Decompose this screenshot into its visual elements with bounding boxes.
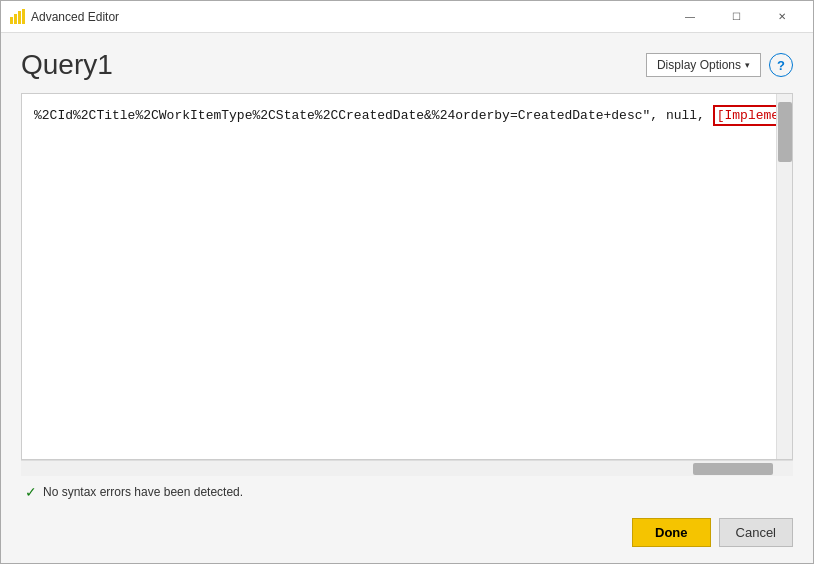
code-editor[interactable]: %2CId%2CTitle%2CWorkItemType%2CState%2CC… <box>21 93 793 460</box>
maximize-button[interactable]: ☐ <box>713 1 759 33</box>
window-title: Advanced Editor <box>31 10 667 24</box>
svg-rect-0 <box>10 17 13 24</box>
status-check-icon: ✓ <box>25 484 37 500</box>
query-title: Query1 <box>21 49 113 81</box>
editor-scroll-area[interactable]: %2CId%2CTitle%2CWorkItemType%2CState%2CC… <box>22 94 776 459</box>
cancel-button[interactable]: Cancel <box>719 518 793 547</box>
footer-row: Done Cancel <box>21 508 793 547</box>
advanced-editor-window: Advanced Editor — ☐ ✕ Query1 Display Opt… <box>0 0 814 564</box>
status-text: No syntax errors have been detected. <box>43 485 243 499</box>
titlebar: Advanced Editor — ☐ ✕ <box>1 1 813 33</box>
vertical-scrollbar[interactable] <box>776 94 792 459</box>
hscrollbar-thumb[interactable] <box>693 463 773 475</box>
display-options-label: Display Options <box>657 58 741 72</box>
header-right: Display Options ▾ ? <box>646 53 793 77</box>
help-button[interactable]: ? <box>769 53 793 77</box>
display-options-button[interactable]: Display Options ▾ <box>646 53 761 77</box>
done-button[interactable]: Done <box>632 518 711 547</box>
window-controls: — ☐ ✕ <box>667 1 805 33</box>
chevron-down-icon: ▾ <box>745 60 750 70</box>
content-area: Query1 Display Options ▾ ? %2CId%2CTitle… <box>1 33 813 563</box>
status-bar: ✓ No syntax errors have been detected. <box>21 476 793 508</box>
app-icon <box>9 9 25 25</box>
svg-rect-2 <box>18 11 21 24</box>
close-button[interactable]: ✕ <box>759 1 805 33</box>
svg-rect-3 <box>22 9 25 24</box>
scrollbar-thumb[interactable] <box>778 102 792 162</box>
svg-rect-1 <box>14 14 17 24</box>
code-line-1: %2CId%2CTitle%2CWorkItemType%2CState%2CC… <box>34 106 764 126</box>
header-row: Query1 Display Options ▾ ? <box>21 49 793 81</box>
minimize-button[interactable]: — <box>667 1 713 33</box>
horizontal-scrollbar-area[interactable] <box>21 460 793 476</box>
code-prefix: %2CId%2CTitle%2CWorkItemType%2CState%2CC… <box>34 108 713 123</box>
code-highlighted: [Implementation="2.0"] <box>713 105 776 126</box>
